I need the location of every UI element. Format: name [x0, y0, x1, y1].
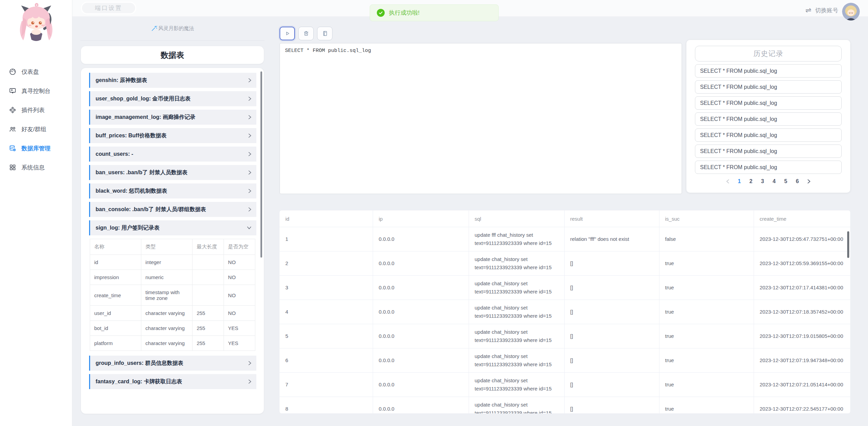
schema-cell-nullable: NO — [224, 270, 255, 285]
cell-is-suc: true — [659, 324, 754, 348]
table-list-item-expanded[interactable]: sign_log: 用户签到记录表 — [89, 220, 256, 235]
console-screen-icon — [9, 87, 16, 95]
table-list-item[interactable]: ban_console: .ban/b了 封禁人员/群组数据表 — [89, 202, 256, 217]
results-row: 4 0.0.0.0 update chat_history set text=9… — [280, 300, 850, 324]
schema-cell-maxlen — [193, 285, 224, 306]
schema-cell-maxlen — [193, 255, 224, 270]
sidebar-item-system-info[interactable]: 系统信息 — [0, 158, 72, 177]
pagination-prev-icon[interactable] — [722, 179, 734, 184]
results-row: 5 0.0.0.0 update chat_history set text=9… — [280, 324, 850, 348]
history-item[interactable]: SELECT * FROM public.sql_log — [695, 96, 842, 110]
plugins-diamonds-icon — [9, 106, 16, 114]
sidebar-item-friends-groups[interactable]: 好友/群组 — [0, 120, 72, 139]
pagination-page[interactable]: 6 — [792, 178, 803, 184]
table-list-item[interactable]: user_shop_gold_log: 金币使用日志表 — [89, 91, 256, 106]
schema-cell-type: character varying — [141, 336, 193, 351]
history-item[interactable]: SELECT * FROM public.sql_log — [695, 128, 842, 142]
chevron-right-icon — [248, 133, 252, 138]
history-item[interactable]: SELECT * FROM public.sql_log — [695, 145, 842, 158]
history-item[interactable]: SELECT * FROM public.sql_log — [695, 161, 842, 174]
schema-cell-name: id — [90, 255, 141, 270]
system-grid-icon — [9, 164, 16, 171]
switch-account-control[interactable]: ⇌ 切换账号 — [805, 0, 860, 20]
play-icon — [284, 30, 291, 37]
results-header-row: id ip sql result is_suc create_time — [280, 210, 850, 227]
sidebar-item-label: 数据库管理 — [22, 145, 51, 152]
tables-scrollbar-thumb[interactable] — [260, 71, 262, 258]
cell-ip: 0.0.0.0 — [373, 348, 469, 373]
copy-query-button[interactable] — [317, 27, 332, 40]
history-item[interactable]: SELECT * FROM public.sql_log — [695, 80, 842, 94]
database-admin-page: { "topbar": { "port_button": "端口设置", "no… — [0, 0, 868, 426]
pagination-page[interactable]: 2 — [745, 178, 757, 184]
table-list-item[interactable]: black_word: 惩罚机制数据表 — [89, 183, 256, 198]
cell-sql: update chat_history set text=91112339233… — [469, 276, 564, 300]
success-toast-text: 执行成功啦! — [389, 9, 420, 17]
dashboard-gauge-icon — [9, 68, 16, 75]
table-list-item[interactable]: image_management_log: 画廊操作记录 — [89, 110, 256, 125]
pagination-page[interactable]: 3 — [757, 178, 768, 184]
table-list-item[interactable]: count_users: - — [89, 147, 256, 162]
sidebar-item-plugins[interactable]: 插件列表 — [0, 100, 72, 120]
schema-header-row: 名称 类型 最大长度 是否为空 — [90, 239, 255, 255]
pagination-page-active[interactable]: 1 — [734, 178, 745, 184]
history-panel: 历史记录 SELECT * FROM public.sql_log SELECT… — [686, 40, 850, 193]
schema-cell-nullable: NO — [224, 285, 255, 306]
run-query-button[interactable] — [280, 27, 295, 40]
cell-ip: 0.0.0.0 — [373, 373, 469, 397]
schema-cell-nullable: NO — [224, 255, 255, 270]
cell-result: [] — [564, 324, 659, 348]
results-row: 3 0.0.0.0 update chat_history set text=9… — [280, 276, 850, 300]
results-row: 1 0.0.0.0 update fff chat_history set te… — [280, 227, 850, 251]
cell-id: 7 — [280, 373, 373, 397]
history-item-label: SELECT * FROM public.sql_log — [700, 164, 777, 170]
notebook-icon — [322, 30, 328, 37]
chevron-right-icon — [248, 207, 252, 212]
tables-title-card: 数据表 — [81, 46, 264, 64]
cell-id: 5 — [280, 324, 373, 348]
table-list-item[interactable]: buff_prices: Buff价格数据表 — [89, 128, 256, 143]
schema-cell-nullable: NO — [224, 306, 255, 321]
schema-cell-maxlen: 255 — [193, 306, 224, 321]
schema-cell-type: character varying — [141, 306, 193, 321]
history-item[interactable]: SELECT * FROM public.sql_log — [695, 64, 842, 78]
table-list-item[interactable]: group_info_users: 群员信息数据表 — [89, 356, 256, 371]
table-list-item[interactable]: genshin: 原神数据表 — [89, 73, 256, 88]
sidebar-item-database[interactable]: 数据库管理 — [0, 139, 72, 158]
table-item-label: sign_log: 用户签到记录表 — [96, 224, 160, 232]
table-list-item[interactable]: fantasy_card_log: 卡牌获取日志表 — [89, 374, 256, 389]
clear-query-button[interactable] — [298, 27, 314, 40]
cell-create-time: 2023-12-30T12:07:19.947348+00:00 — [754, 348, 850, 373]
pagination-page[interactable]: 4 — [768, 178, 780, 184]
sidebar-item-dashboard[interactable]: 仪表盘 — [0, 62, 72, 81]
sidebar-item-label: 插件列表 — [22, 106, 45, 114]
history-item-label: SELECT * FROM public.sql_log — [700, 148, 777, 154]
schema-cell-maxlen — [193, 270, 224, 285]
panel-subtitle-text: 风灵月影的魔法 — [158, 25, 194, 32]
history-title-box: 历史记录 — [695, 46, 842, 61]
cell-create-time: 2023-12-30T12:07:18.357452+00:00 — [754, 300, 850, 324]
cell-id: 3 — [280, 276, 373, 300]
sidebar-item-console[interactable]: 真寻控制台 — [0, 81, 72, 100]
pagination-next-icon[interactable] — [803, 179, 815, 184]
cell-result: [] — [564, 276, 659, 300]
success-toast: 执行成功啦! — [370, 4, 499, 21]
table-item-label: buff_prices: Buff价格数据表 — [96, 132, 167, 139]
cell-is-suc: true — [659, 276, 754, 300]
schema-col-nullable: 是否为空 — [224, 239, 255, 255]
cell-id: 2 — [280, 251, 373, 276]
port-settings-button[interactable]: 端口设置 — [81, 2, 136, 14]
user-avatar[interactable] — [842, 3, 860, 20]
cell-sql: update chat_history set text=91112339233… — [469, 348, 564, 373]
results-scrollbar-thumb[interactable] — [847, 231, 849, 258]
results-col-id: id — [280, 210, 373, 227]
cell-create-time: 2023-12-30T12:07:17.414381+00:00 — [754, 276, 850, 300]
magic-wand-icon — [151, 25, 157, 32]
sql-editor[interactable]: SELECT * FROM public.sql_log — [280, 43, 682, 194]
pagination-page[interactable]: 5 — [780, 178, 792, 184]
cell-sql: update chat_history set text=91112339233… — [469, 373, 564, 397]
table-list-item[interactable]: ban_users: .ban/b了 封禁人员数据表 — [89, 165, 256, 180]
friends-people-icon — [9, 125, 16, 133]
cell-result: [] — [564, 397, 659, 414]
history-item[interactable]: SELECT * FROM public.sql_log — [695, 112, 842, 126]
